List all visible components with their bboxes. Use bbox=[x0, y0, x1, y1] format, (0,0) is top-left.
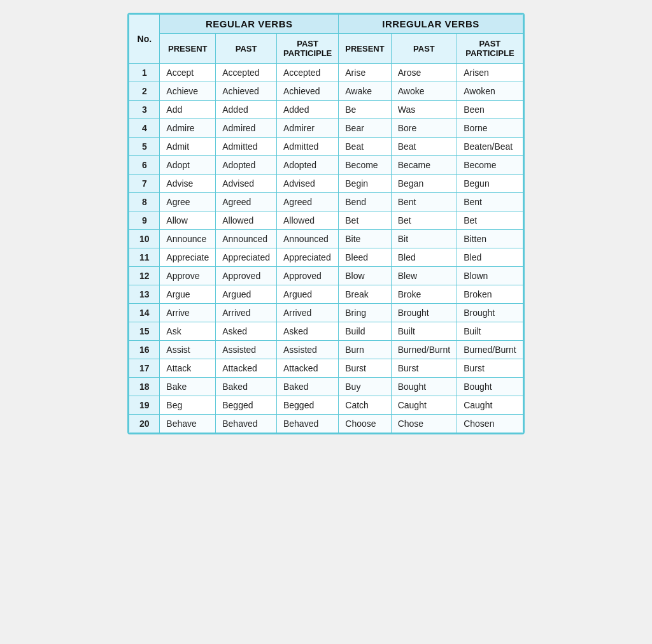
regular-present: Ask bbox=[160, 322, 216, 341]
regular-verbs-header: REGULAR VERBS bbox=[160, 15, 339, 34]
irregular-past: Awoke bbox=[391, 82, 457, 101]
row-number: 4 bbox=[129, 119, 160, 138]
row-number: 15 bbox=[129, 322, 160, 341]
irregular-pp-header: PASTPARTICIPLE bbox=[457, 34, 523, 64]
regular-present: Assist bbox=[160, 341, 216, 359]
irregular-present: Choose bbox=[339, 415, 391, 433]
regular-pp: Announced bbox=[276, 230, 338, 248]
regular-present: Add bbox=[160, 101, 216, 119]
regular-present: Agree bbox=[160, 193, 216, 211]
row-number: 3 bbox=[129, 101, 160, 119]
table-row: 20BehaveBehavedBehavedChooseChoseChosen bbox=[129, 415, 523, 433]
regular-present-header: PRESENT bbox=[160, 34, 216, 64]
irregular-verbs-header: IRREGULAR VERBS bbox=[339, 15, 523, 34]
regular-past: Admitted bbox=[216, 138, 277, 156]
row-number: 19 bbox=[129, 396, 160, 415]
irregular-pp: Bled bbox=[457, 248, 523, 267]
irregular-past: Caught bbox=[391, 396, 457, 415]
irregular-past: Bore bbox=[391, 119, 457, 138]
regular-present: Advise bbox=[160, 175, 216, 193]
irregular-present: Awake bbox=[339, 82, 391, 101]
regular-pp: Asked bbox=[276, 322, 338, 341]
regular-past: Approved bbox=[216, 267, 277, 285]
row-number: 9 bbox=[129, 211, 160, 230]
irregular-present: Build bbox=[339, 322, 391, 341]
irregular-pp: Caught bbox=[457, 396, 523, 415]
regular-past: Attacked bbox=[216, 359, 277, 378]
irregular-present: Bend bbox=[339, 193, 391, 211]
row-number: 8 bbox=[129, 193, 160, 211]
row-number: 6 bbox=[129, 156, 160, 175]
regular-past: Assisted bbox=[216, 341, 277, 359]
irregular-past: Began bbox=[391, 175, 457, 193]
irregular-pp: Become bbox=[457, 156, 523, 175]
regular-past: Announced bbox=[216, 230, 277, 248]
irregular-present: Break bbox=[339, 285, 391, 304]
row-number: 2 bbox=[129, 82, 160, 101]
irregular-past-header: PAST bbox=[391, 34, 457, 64]
irregular-past: Broke bbox=[391, 285, 457, 304]
irregular-pp: Been bbox=[457, 101, 523, 119]
regular-pp: Assisted bbox=[276, 341, 338, 359]
row-number: 20 bbox=[129, 415, 160, 433]
regular-past: Begged bbox=[216, 396, 277, 415]
regular-present: Beg bbox=[160, 396, 216, 415]
irregular-present: Become bbox=[339, 156, 391, 175]
regular-pp: Baked bbox=[276, 378, 338, 396]
regular-past-header: PAST bbox=[216, 34, 277, 64]
row-number: 5 bbox=[129, 138, 160, 156]
regular-pp: Attacked bbox=[276, 359, 338, 378]
row-number: 17 bbox=[129, 359, 160, 378]
table-row: 16AssistAssistedAssistedBurnBurned/Burnt… bbox=[129, 341, 523, 359]
table-row: 5AdmitAdmittedAdmittedBeatBeatBeaten/Bea… bbox=[129, 138, 523, 156]
regular-pp-header: PASTPARTICIPLE bbox=[276, 34, 338, 64]
regular-past: Advised bbox=[216, 175, 277, 193]
regular-present: Allow bbox=[160, 211, 216, 230]
irregular-pp: Blown bbox=[457, 267, 523, 285]
table-row: 10AnnounceAnnouncedAnnouncedBiteBitBitte… bbox=[129, 230, 523, 248]
regular-pp: Admirer bbox=[276, 119, 338, 138]
table-row: 17AttackAttackedAttackedBurstBurstBurst bbox=[129, 359, 523, 378]
table-row: 11AppreciateAppreciatedAppreciatedBleedB… bbox=[129, 248, 523, 267]
no-header: No. bbox=[129, 15, 160, 64]
row-number: 14 bbox=[129, 304, 160, 322]
regular-present: Arrive bbox=[160, 304, 216, 322]
regular-past: Agreed bbox=[216, 193, 277, 211]
irregular-pp: Bent bbox=[457, 193, 523, 211]
irregular-present: Buy bbox=[339, 378, 391, 396]
regular-pp: Advised bbox=[276, 175, 338, 193]
irregular-past: Built bbox=[391, 322, 457, 341]
row-number: 7 bbox=[129, 175, 160, 193]
regular-present: Argue bbox=[160, 285, 216, 304]
regular-past: Baked bbox=[216, 378, 277, 396]
irregular-pp: Brought bbox=[457, 304, 523, 322]
irregular-pp: Broken bbox=[457, 285, 523, 304]
irregular-past: Was bbox=[391, 101, 457, 119]
regular-past: Admired bbox=[216, 119, 277, 138]
irregular-pp: Bet bbox=[457, 211, 523, 230]
irregular-past: Bent bbox=[391, 193, 457, 211]
irregular-past: Brought bbox=[391, 304, 457, 322]
irregular-pp: Burned/Burnt bbox=[457, 341, 523, 359]
irregular-past: Blew bbox=[391, 267, 457, 285]
regular-past: Accepted bbox=[216, 64, 277, 82]
table-row: 9AllowAllowedAllowedBetBetBet bbox=[129, 211, 523, 230]
irregular-present: Bear bbox=[339, 119, 391, 138]
regular-pp: Behaved bbox=[276, 415, 338, 433]
regular-past: Behaved bbox=[216, 415, 277, 433]
irregular-present: Begin bbox=[339, 175, 391, 193]
table-row: 1AcceptAcceptedAcceptedAriseAroseArisen bbox=[129, 64, 523, 82]
regular-present: Attack bbox=[160, 359, 216, 378]
irregular-past: Beat bbox=[391, 138, 457, 156]
regular-present: Achieve bbox=[160, 82, 216, 101]
row-number: 1 bbox=[129, 64, 160, 82]
row-number: 16 bbox=[129, 341, 160, 359]
irregular-pp: Bitten bbox=[457, 230, 523, 248]
regular-present: Approve bbox=[160, 267, 216, 285]
regular-present: Behave bbox=[160, 415, 216, 433]
irregular-past: Burned/Burnt bbox=[391, 341, 457, 359]
regular-past: Appreciated bbox=[216, 248, 277, 267]
irregular-pp: Borne bbox=[457, 119, 523, 138]
regular-present: Admire bbox=[160, 119, 216, 138]
table-row: 2AchieveAchievedAchievedAwakeAwokeAwoken bbox=[129, 82, 523, 101]
